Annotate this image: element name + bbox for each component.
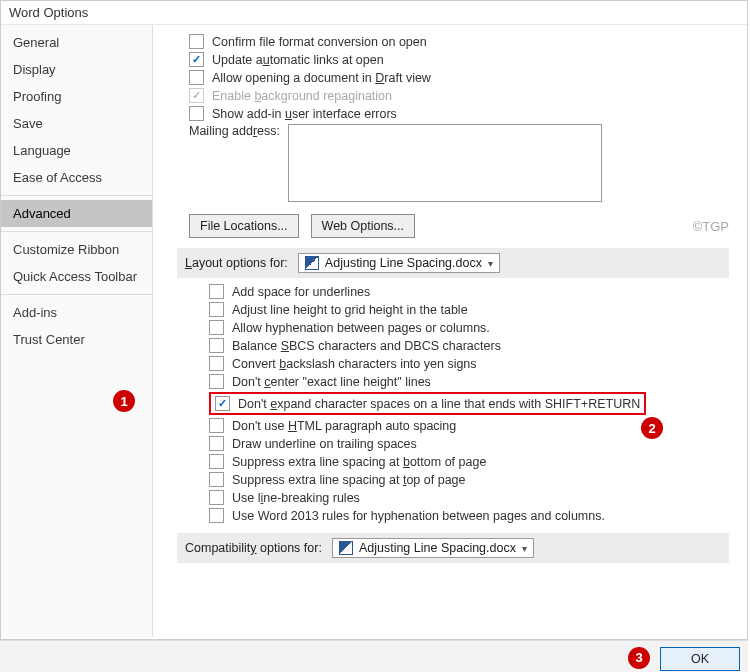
layout-options-list: Add space for underlinesAdjust line heig… xyxy=(177,284,729,523)
option-confirm-conversion: Confirm file format conversion on open xyxy=(189,34,729,49)
layout-option: Balance SBCS characters and DBCS charact… xyxy=(209,338,729,353)
option-background-repagination: Enable background repagination xyxy=(189,88,729,103)
sidebar-item-general[interactable]: General xyxy=(1,29,152,56)
option-update-links: Update automatic links at open xyxy=(189,52,729,67)
checkbox[interactable] xyxy=(189,70,204,85)
content-pane[interactable]: Confirm file format conversion on open U… xyxy=(153,25,747,637)
header-label: Compatibility options for: xyxy=(185,541,322,555)
layout-option: Suppress extra line spacing at bottom of… xyxy=(209,454,729,469)
annotation-badge-1: 1 xyxy=(113,390,135,412)
sidebar-item-proofing[interactable]: Proofing xyxy=(1,83,152,110)
sidebar-item-customize-ribbon[interactable]: Customize Ribbon xyxy=(1,236,152,263)
checkbox[interactable] xyxy=(209,302,224,317)
checkbox xyxy=(189,88,204,103)
layout-option: Don't expand character spaces on a line … xyxy=(209,392,729,415)
layout-options-header: Layout options for: Adjusting Line Spaci… xyxy=(177,248,729,278)
checkbox[interactable] xyxy=(189,106,204,121)
layout-option: Use Word 2013 rules for hyphenation betw… xyxy=(209,508,729,523)
sidebar-item-language[interactable]: Language xyxy=(1,137,152,164)
word-doc-icon xyxy=(305,256,319,270)
label: Use line-breaking rules xyxy=(232,491,360,505)
chevron-down-icon: ▾ xyxy=(488,258,493,269)
checkbox[interactable] xyxy=(209,338,224,353)
checkbox[interactable] xyxy=(209,418,224,433)
label: Convert backslash characters into yen si… xyxy=(232,357,477,371)
mailing-address-input[interactable] xyxy=(288,124,602,202)
sidebar-item-trust-center[interactable]: Trust Center xyxy=(1,326,152,353)
button-row: File Locations... Web Options... ©TGP xyxy=(189,214,729,238)
label: Show add-in user interface errors xyxy=(212,107,397,121)
checkbox[interactable] xyxy=(209,284,224,299)
sidebar: General Display Proofing Save Language E… xyxy=(1,25,153,637)
layout-option: Convert backslash characters into yen si… xyxy=(209,356,729,371)
checkbox[interactable] xyxy=(209,490,224,505)
checkbox[interactable] xyxy=(209,508,224,523)
layout-option: Adjust line height to grid height in the… xyxy=(209,302,729,317)
label: Suppress extra line spacing at top of pa… xyxy=(232,473,466,487)
label: Adjust line height to grid height in the… xyxy=(232,303,468,317)
sidebar-item-quick-access-toolbar[interactable]: Quick Access Toolbar xyxy=(1,263,152,290)
compatibility-options-header: Compatibility options for: Adjusting Lin… xyxy=(177,533,729,563)
ok-button[interactable]: OK xyxy=(660,647,740,671)
watermark: ©TGP xyxy=(693,219,729,234)
divider xyxy=(1,231,152,232)
chevron-down-icon: ▾ xyxy=(522,543,527,554)
file-locations-button[interactable]: File Locations... xyxy=(189,214,299,238)
label: Allow opening a document in Draft view xyxy=(212,71,431,85)
layout-option: Allow hyphenation between pages or colum… xyxy=(209,320,729,335)
annotation-badge-2: 2 xyxy=(641,417,663,439)
divider xyxy=(1,195,152,196)
checkbox[interactable] xyxy=(215,396,230,411)
label: Confirm file format conversion on open xyxy=(212,35,427,49)
sidebar-item-label: Advanced xyxy=(13,206,71,221)
sidebar-item-add-ins[interactable]: Add-ins xyxy=(1,299,152,326)
label: Use Word 2013 rules for hyphenation betw… xyxy=(232,509,605,523)
header-label: Layout options for: xyxy=(185,256,288,270)
checkbox[interactable] xyxy=(209,320,224,335)
layout-option: Use line-breaking rules xyxy=(209,490,729,505)
selected-doc: Adjusting Line Spacing.docx xyxy=(359,541,516,555)
body: General Display Proofing Save Language E… xyxy=(1,25,747,637)
divider xyxy=(1,294,152,295)
checkbox[interactable] xyxy=(209,472,224,487)
label: Draw underline on trailing spaces xyxy=(232,437,417,451)
mailing-address-label: Mailing address: xyxy=(189,124,280,138)
label: Add space for underlines xyxy=(232,285,370,299)
layout-option: Suppress extra line spacing at top of pa… xyxy=(209,472,729,487)
word-doc-icon xyxy=(339,541,353,555)
sidebar-item-ease-of-access[interactable]: Ease of Access xyxy=(1,164,152,191)
sidebar-item-save[interactable]: Save xyxy=(1,110,152,137)
label: Allow hyphenation between pages or colum… xyxy=(232,321,490,335)
mailing-address-row: Mailing address: xyxy=(189,124,729,202)
label: Don't use HTML paragraph auto spacing xyxy=(232,419,456,433)
checkbox[interactable] xyxy=(209,454,224,469)
highlighted-option: Don't expand character spaces on a line … xyxy=(209,392,646,415)
selected-doc: Adjusting Line Spacing.docx xyxy=(325,256,482,270)
checkbox[interactable] xyxy=(209,356,224,371)
label: Don't expand character spaces on a line … xyxy=(238,397,640,411)
sidebar-item-advanced[interactable]: Advanced 1 xyxy=(1,200,152,227)
checkbox[interactable] xyxy=(189,52,204,67)
checkbox[interactable] xyxy=(189,34,204,49)
layout-option: Add space for underlines xyxy=(209,284,729,299)
window-title: Word Options xyxy=(1,1,747,25)
checkbox[interactable] xyxy=(209,436,224,451)
option-addin-errors: Show add-in user interface errors xyxy=(189,106,729,121)
label: Suppress extra line spacing at bottom of… xyxy=(232,455,486,469)
label: Enable background repagination xyxy=(212,89,392,103)
option-draft-view: Allow opening a document in Draft view xyxy=(189,70,729,85)
layout-option: Don't center "exact line height" lines xyxy=(209,374,729,389)
annotation-badge-3: 3 xyxy=(628,647,650,669)
sidebar-item-display[interactable]: Display xyxy=(1,56,152,83)
checkbox[interactable] xyxy=(209,374,224,389)
layout-document-select[interactable]: Adjusting Line Spacing.docx ▾ xyxy=(298,253,500,273)
label: Update automatic links at open xyxy=(212,53,384,67)
label: Don't center "exact line height" lines xyxy=(232,375,431,389)
label: Balance SBCS characters and DBCS charact… xyxy=(232,339,501,353)
compat-document-select[interactable]: Adjusting Line Spacing.docx ▾ xyxy=(332,538,534,558)
dialog-button-bar: 3 OK xyxy=(0,640,748,672)
word-options-window: Word Options General Display Proofing Sa… xyxy=(0,0,748,640)
web-options-button[interactable]: Web Options... xyxy=(311,214,415,238)
